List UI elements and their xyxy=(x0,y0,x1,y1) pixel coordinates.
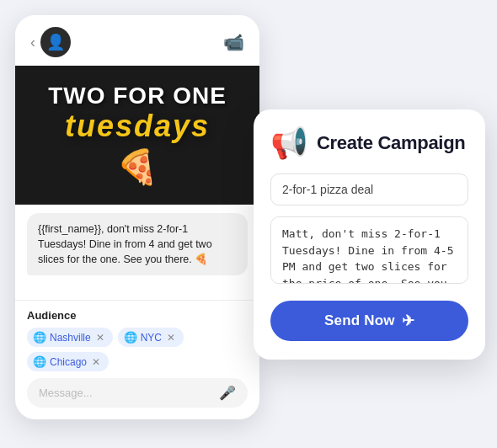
tag-nyc-label: NYC xyxy=(141,332,162,344)
chat-bubble: {{first_name}}, don't miss 2-for-1 Tuesd… xyxy=(27,213,248,275)
audience-tags: 🌐 Nashville ✕ 🌐 NYC ✕ 🌐 Chicago ✕ xyxy=(27,328,248,371)
audience-section: Audience 🌐 Nashville ✕ 🌐 NYC ✕ 🌐 Chicago… xyxy=(15,300,259,419)
video-call-icon[interactable]: 📹 xyxy=(223,32,244,52)
promo-line1: TWO FOR ONE xyxy=(48,83,227,109)
globe-icon: 🌐 xyxy=(33,331,46,344)
remove-nyc-icon[interactable]: ✕ xyxy=(167,332,175,344)
tag-nashville-label: Nashville xyxy=(50,332,91,344)
campaign-icon: 📢 xyxy=(270,128,308,158)
back-arrow-icon[interactable]: ‹ xyxy=(30,35,35,50)
globe-icon: 🌐 xyxy=(33,355,46,368)
audience-label: Audience xyxy=(27,309,248,322)
phone-header-left: ‹ 👤 xyxy=(30,27,71,57)
avatar: 👤 xyxy=(40,27,71,57)
promo-line2: tuesdays xyxy=(48,109,227,144)
tag-nashville[interactable]: 🌐 Nashville ✕ xyxy=(27,328,113,347)
message-input-row: Message... 🎤 xyxy=(27,378,248,408)
campaign-message-textarea[interactable] xyxy=(270,216,468,284)
pizza-emoji: 🍕 xyxy=(48,147,227,187)
campaign-card: 📢 Create Campaign Send Now ✈ xyxy=(254,109,485,360)
message-placeholder: Message... xyxy=(39,387,219,399)
campaign-name-input[interactable] xyxy=(270,173,468,205)
campaign-title: Create Campaign xyxy=(317,132,465,154)
phone-card: ‹ 👤 📹 TWO FOR ONE tuesdays 🍕 {{first_nam… xyxy=(15,15,259,419)
globe-icon: 🌐 xyxy=(124,331,137,344)
microphone-icon[interactable]: 🎤 xyxy=(219,385,236,401)
remove-nashville-icon[interactable]: ✕ xyxy=(96,332,104,344)
tag-chicago[interactable]: 🌐 Chicago ✕ xyxy=(27,352,109,371)
promo-image: TWO FOR ONE tuesdays 🍕 xyxy=(15,66,259,205)
send-now-button[interactable]: Send Now ✈ xyxy=(270,301,468,341)
tag-nyc[interactable]: 🌐 NYC ✕ xyxy=(118,328,184,347)
tag-chicago-label: Chicago xyxy=(50,356,87,368)
promo-text-block: TWO FOR ONE tuesdays 🍕 xyxy=(38,73,237,198)
remove-chicago-icon[interactable]: ✕ xyxy=(92,356,100,368)
user-icon: 👤 xyxy=(46,35,65,50)
send-button-label: Send Now xyxy=(324,312,395,329)
phone-header: ‹ 👤 📹 xyxy=(15,15,259,66)
campaign-header: 📢 Create Campaign xyxy=(270,128,468,158)
send-icon: ✈ xyxy=(402,312,414,330)
